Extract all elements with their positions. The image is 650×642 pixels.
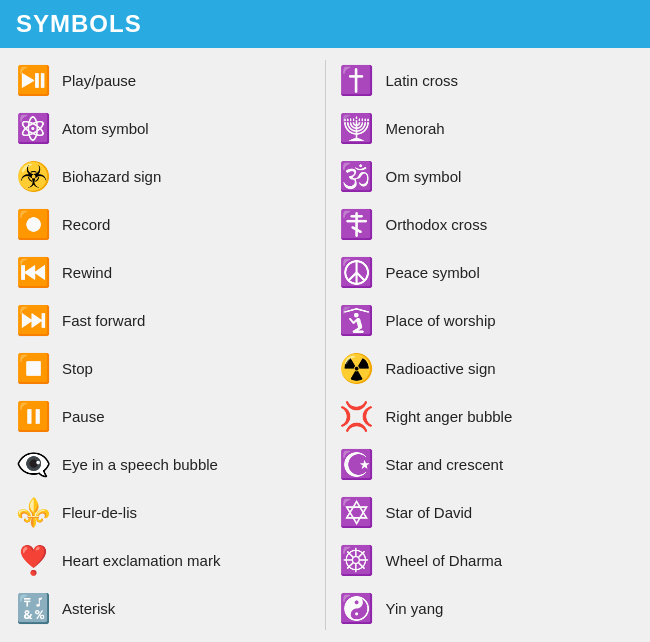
symbol-icon: 👁️‍🗨️ (14, 446, 52, 484)
list-item: ☸️Wheel of Dharma (334, 540, 641, 582)
symbol-label: Om symbol (386, 168, 462, 186)
symbol-label: Star of David (386, 504, 473, 522)
symbol-icon: 💢 (338, 398, 376, 436)
symbol-icon: 🕉️ (338, 158, 376, 196)
list-item: ☯️Yin yang (334, 588, 641, 630)
list-item: ☦️Orthodox cross (334, 204, 641, 246)
list-item: ⚛️Atom symbol (10, 108, 317, 150)
symbol-icon: 🛐 (338, 302, 376, 340)
symbol-label: Fast forward (62, 312, 145, 330)
symbol-label: Orthodox cross (386, 216, 488, 234)
symbol-label: Play/pause (62, 72, 136, 90)
list-item: ☣️Biohazard sign (10, 156, 317, 198)
list-item: ⏯️Play/pause (10, 60, 317, 102)
symbol-icon: ☣️ (14, 158, 52, 196)
list-item: ⏭️Fast forward (10, 300, 317, 342)
list-item: 👁️‍🗨️Eye in a speech bubble (10, 444, 317, 486)
symbol-label: Star and crescent (386, 456, 504, 474)
symbol-label: Asterisk (62, 600, 115, 618)
list-item: 🔣Asterisk (10, 588, 317, 630)
symbol-icon: ✝️ (338, 62, 376, 100)
symbol-icon: ☪️ (338, 446, 376, 484)
list-item: ⏮️Rewind (10, 252, 317, 294)
symbol-icon: ☸️ (338, 542, 376, 580)
list-item: ☮️Peace symbol (334, 252, 641, 294)
symbol-icon: ❣️ (14, 542, 52, 580)
list-item: ☪️Star and crescent (334, 444, 641, 486)
symbol-icon: ⚛️ (14, 110, 52, 148)
left-column: ⏯️Play/pause⚛️Atom symbol☣️Biohazard sig… (10, 60, 317, 630)
list-item: 🕉️Om symbol (334, 156, 641, 198)
symbol-icon: ☯️ (338, 590, 376, 628)
symbol-label: Record (62, 216, 110, 234)
symbol-icon: ⏮️ (14, 254, 52, 292)
symbol-label: Latin cross (386, 72, 459, 90)
symbol-icon: ⚜️ (14, 494, 52, 532)
symbol-label: Wheel of Dharma (386, 552, 503, 570)
list-item: 🛐Place of worship (334, 300, 641, 342)
symbol-label: Right anger bubble (386, 408, 513, 426)
column-divider (325, 60, 326, 630)
symbol-icon: ☢️ (338, 350, 376, 388)
list-item: ⏹️Stop (10, 348, 317, 390)
symbol-label: Radioactive sign (386, 360, 496, 378)
right-column: ✝️Latin cross🕎Menorah🕉️Om symbol☦️Orthod… (334, 60, 641, 630)
symbol-label: Fleur-de-lis (62, 504, 137, 522)
main-container: SYMBOLS ⏯️Play/pause⚛️Atom symbol☣️Bioha… (0, 0, 650, 642)
list-item: ✡️Star of David (334, 492, 641, 534)
symbol-label: Eye in a speech bubble (62, 456, 218, 474)
symbol-label: Rewind (62, 264, 112, 282)
list-item: ❣️Heart exclamation mark (10, 540, 317, 582)
symbol-icon: 🔣 (14, 590, 52, 628)
page-title: SYMBOLS (16, 10, 634, 38)
symbol-label: Heart exclamation mark (62, 552, 220, 570)
content-area: ⏯️Play/pause⚛️Atom symbol☣️Biohazard sig… (0, 48, 650, 640)
list-item: 🕎Menorah (334, 108, 641, 150)
symbol-label: Biohazard sign (62, 168, 161, 186)
symbol-icon: ☦️ (338, 206, 376, 244)
symbol-label: Yin yang (386, 600, 444, 618)
list-item: 💢Right anger bubble (334, 396, 641, 438)
list-item: ⏸️Pause (10, 396, 317, 438)
symbol-label: Menorah (386, 120, 445, 138)
symbol-icon: ☮️ (338, 254, 376, 292)
symbol-label: Pause (62, 408, 105, 426)
symbol-icon: ⏹️ (14, 350, 52, 388)
symbol-icon: ⏯️ (14, 62, 52, 100)
list-item: ☢️Radioactive sign (334, 348, 641, 390)
symbol-icon: ⏺️ (14, 206, 52, 244)
symbol-label: Peace symbol (386, 264, 480, 282)
symbol-icon: 🕎 (338, 110, 376, 148)
symbol-icon: ✡️ (338, 494, 376, 532)
symbol-icon: ⏸️ (14, 398, 52, 436)
list-item: ⚜️Fleur-de-lis (10, 492, 317, 534)
symbol-icon: ⏭️ (14, 302, 52, 340)
list-item: ⏺️Record (10, 204, 317, 246)
symbol-label: Stop (62, 360, 93, 378)
symbol-label: Place of worship (386, 312, 496, 330)
header: SYMBOLS (0, 0, 650, 48)
list-item: ✝️Latin cross (334, 60, 641, 102)
symbol-label: Atom symbol (62, 120, 149, 138)
